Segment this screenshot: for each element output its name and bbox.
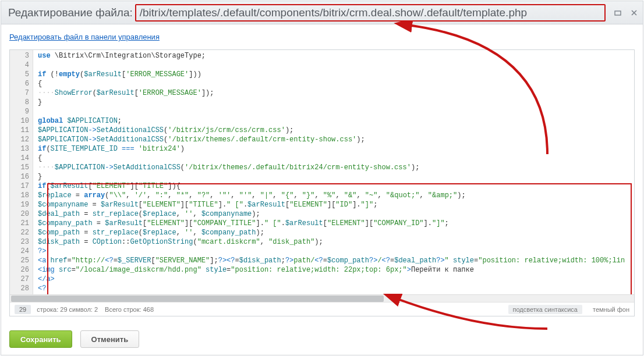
file-path: /bitrix/templates/.default/components/bi… — [140, 6, 601, 19]
cancel-button[interactable]: Отменить — [80, 330, 140, 348]
editor-status-bar: 29 строка: 29 символ: 2 Всего строк: 468… — [10, 302, 634, 316]
syntax-highlight-toggle[interactable]: подсветка синтаксиса — [508, 305, 582, 314]
code-content[interactable]: use \Bitrix\Crm\Integration\StorageType;… — [33, 50, 634, 294]
code-editor[interactable]: 3456789101112131415161718192021222324252… — [9, 49, 635, 316]
title-prefix: Редактирование файла: — [8, 6, 133, 19]
scrollbar-thumb[interactable] — [11, 296, 384, 302]
dark-theme-toggle[interactable]: темный фон — [593, 306, 629, 313]
svg-rect-0 — [615, 11, 621, 15]
current-line-badge: 29 — [15, 305, 31, 314]
horizontal-scrollbar[interactable] — [10, 294, 634, 302]
dialog-buttons: Сохранить Отменить — [1, 323, 643, 355]
cursor-position: строка: 29 символ: 2 — [37, 306, 98, 313]
title-bar[interactable]: Редактирование файла: /bitrix/templates/… — [1, 1, 643, 24]
total-lines: Всего строк: 468 — [105, 306, 154, 313]
save-button[interactable]: Сохранить — [9, 330, 72, 348]
file-edit-dialog: Редактирование файла: /bitrix/templates/… — [1, 1, 643, 355]
line-gutter: 3456789101112131415161718192021222324252… — [10, 50, 33, 294]
close-icon[interactable] — [630, 9, 638, 17]
maximize-icon[interactable] — [614, 9, 622, 17]
edit-in-control-panel-link[interactable]: Редактировать файл в панели управления — [9, 33, 160, 41]
file-path-highlight: /bitrix/templates/.default/components/bi… — [135, 4, 606, 22]
